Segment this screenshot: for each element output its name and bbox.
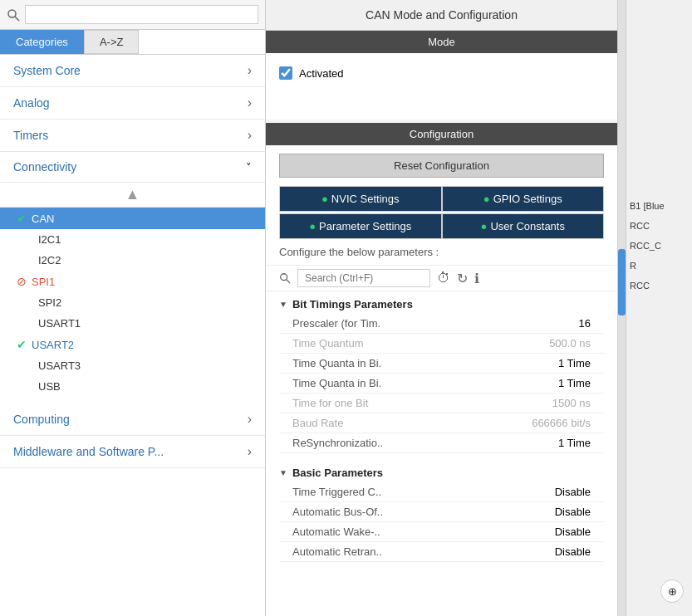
mode-section: Mode Activated <box>266 31 617 120</box>
activated-row: Activated <box>279 66 604 80</box>
auto-retran-value: Disable <box>555 545 591 558</box>
sidebar-item-computing[interactable]: Computing › <box>0 403 265 436</box>
sidebar-item-usart1[interactable]: USART1 <box>0 313 265 334</box>
auto-wake-name: Automatic Wake-.. <box>292 526 380 538</box>
usart1-label: USART1 <box>38 317 81 330</box>
baud-rate-name: Baud Rate <box>292 417 343 429</box>
param-row-prescaler: Prescaler (for Tim. 16 <box>279 314 604 334</box>
sidebar-item-usart3[interactable]: USART3 <box>0 355 265 376</box>
chevron-down-icon: ˅ <box>246 161 252 174</box>
connectivity-label: Connectivity <box>13 160 76 174</box>
chevron-right-icon: › <box>248 128 252 143</box>
middleware-label: Middleware and Software P... <box>13 445 164 458</box>
tab-gpio-settings[interactable]: ● GPIO Settings <box>442 186 605 212</box>
system-core-label: System Core <box>13 64 81 77</box>
tab-parameter-settings[interactable]: ● Parameter Settings <box>279 213 442 239</box>
usart2-label: USART2 <box>32 339 74 351</box>
search-icon <box>279 272 291 284</box>
sidebar-item-middleware[interactable]: Middleware and Software P... › <box>0 436 265 468</box>
param-row-time-one-bit: Time for one Bit 1500 ns <box>279 394 604 413</box>
usb-label: USB <box>38 380 61 393</box>
param-search-input[interactable] <box>297 269 430 287</box>
tab-az[interactable]: A->Z <box>84 30 140 54</box>
activated-checkbox[interactable] <box>279 66 292 80</box>
can-label: CAN <box>32 213 54 225</box>
analog-label: Analog <box>13 96 50 110</box>
search-input[interactable] <box>25 5 258 24</box>
param-row-auto-retran: Automatic Retran.. Disable <box>279 542 604 562</box>
right-panel-item-rcc-c: RCC_C <box>626 239 665 252</box>
param-row-auto-wake: Automatic Wake-.. Disable <box>279 522 604 542</box>
right-panel: B1 [Blue RCC RCC_C R RCC ⊕ <box>626 0 692 616</box>
baud-rate-value: 666666 bit/s <box>532 417 591 429</box>
main-content: CAN Mode and Configuration Mode Activate… <box>266 0 617 616</box>
right-panel-item-rcc2: RCC <box>626 279 653 292</box>
sidebar-item-system-core[interactable]: System Core › <box>0 55 265 87</box>
config-tab-group: ● NVIC Settings ● GPIO Settings <box>279 186 604 212</box>
info-icon[interactable]: ℹ <box>474 271 479 286</box>
reset-config-button[interactable]: Reset Configuration <box>279 154 604 178</box>
check-icon: ● <box>481 220 488 232</box>
sort-separator: ▲ <box>0 183 265 208</box>
svg-line-1 <box>15 17 19 21</box>
nvic-tab-label: NVIC Settings <box>331 193 400 205</box>
right-panel-item-b1: B1 [Blue <box>626 199 668 213</box>
svg-line-3 <box>287 280 290 283</box>
check-icon: ✔ <box>17 212 27 225</box>
search-bar <box>0 0 265 30</box>
bit-timings-label: Bit Timings Parameters <box>292 298 413 310</box>
vertical-scrollbar[interactable] <box>617 0 626 616</box>
param-row-resync: ReSynchronizatio.. 1 Time <box>279 433 604 453</box>
sidebar-item-spi1[interactable]: ⊘ SPI1 <box>0 271 265 292</box>
search-params: ⏱ ↻ ℹ <box>266 266 617 291</box>
sidebar-item-timers[interactable]: Timers › <box>0 120 265 152</box>
sidebar-item-analog[interactable]: Analog › <box>0 87 265 120</box>
basic-params-label: Basic Parameters <box>292 467 383 479</box>
clock-icon[interactable]: ⏱ <box>437 271 450 286</box>
sidebar-item-usart2[interactable]: ✔ USART2 <box>0 334 265 355</box>
refresh-icon[interactable]: ↻ <box>457 271 468 286</box>
tab-user-constants[interactable]: ● User Constants <box>442 213 605 239</box>
quanta-bs2-name: Time Quanta in Bi. <box>292 377 381 389</box>
sidebar-item-spi2[interactable]: SPI2 <box>0 292 265 313</box>
resync-name: ReSynchronizatio.. <box>292 437 383 449</box>
activated-label: Activated <box>299 67 343 80</box>
chevron-right-icon: › <box>248 412 252 427</box>
auto-wake-value: Disable <box>555 526 591 538</box>
time-quantum-name: Time Quantum <box>292 337 364 350</box>
basic-params-group[interactable]: ▼ Basic Parameters <box>279 460 604 482</box>
chevron-right-icon: › <box>248 444 252 459</box>
bit-timings-group[interactable]: ▼ Bit Timings Parameters <box>279 291 604 314</box>
auto-bus-value: Disable <box>555 506 591 518</box>
computing-label: Computing <box>13 413 70 426</box>
config-tab-group2: ● Parameter Settings ● User Constants <box>279 213 604 239</box>
quanta-bs2-value: 1 Time <box>558 377 591 389</box>
sidebar-item-connectivity[interactable]: Connectivity ˅ <box>0 152 265 183</box>
auto-bus-name: Automatic Bus-Of.. <box>292 506 383 518</box>
sidebar-item-usb[interactable]: USB <box>0 376 265 397</box>
search-icon <box>7 8 20 22</box>
param-tab-label: Parameter Settings <box>319 220 411 232</box>
param-row-baud-rate: Baud Rate 666666 bit/s <box>279 413 604 433</box>
scrollbar-thumb[interactable] <box>618 249 626 315</box>
param-row-quanta-bs2: Time Quanta in Bi. 1 Time <box>279 374 604 394</box>
sidebar-item-i2c2[interactable]: I2C2 <box>0 250 265 271</box>
svg-point-2 <box>281 274 287 281</box>
zoom-in-icon: ⊕ <box>668 585 677 598</box>
mode-content: Activated <box>266 53 617 120</box>
chevron-right-icon: › <box>248 63 252 78</box>
prescaler-value: 16 <box>579 317 591 330</box>
zoom-in-button[interactable]: ⊕ <box>660 579 684 603</box>
tab-categories[interactable]: Categories <box>0 30 84 54</box>
chevron-right-icon: › <box>248 95 252 110</box>
check-icon: ● <box>483 193 490 205</box>
check-icon: ● <box>309 220 316 232</box>
tab-nvic-settings[interactable]: ● NVIC Settings <box>279 186 442 212</box>
sidebar-item-i2c1[interactable]: I2C1 <box>0 229 265 250</box>
svg-point-0 <box>8 10 16 17</box>
sidebar-item-can[interactable]: ✔ CAN <box>0 208 265 229</box>
time-triggered-value: Disable <box>555 486 591 498</box>
tab-bar: Categories A->Z <box>0 30 265 55</box>
mode-header: Mode <box>266 31 617 53</box>
param-row-time-triggered: Time Triggered C.. Disable <box>279 482 604 502</box>
